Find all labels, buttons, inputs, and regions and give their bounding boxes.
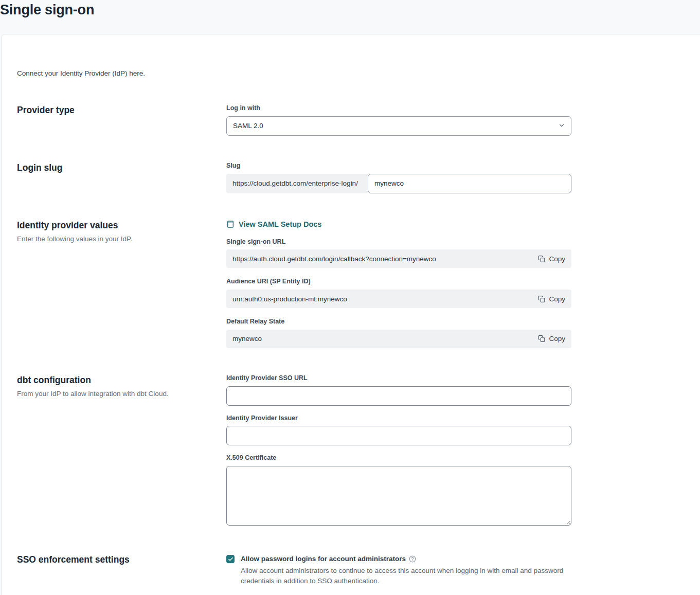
- section-dbt-configuration: dbt configuration From your IdP to allow…: [17, 375, 700, 528]
- idp-sso-url-input[interactable]: [226, 386, 571, 406]
- relay-state-value-box: mynewco Copy: [226, 330, 571, 348]
- section-identity-provider-values: Identity provider values Enter the follo…: [17, 220, 700, 348]
- view-saml-docs-link[interactable]: View SAML Setup Docs: [226, 220, 321, 228]
- x509-certificate-group: X.509 Certificate: [226, 455, 571, 528]
- audience-uri-value-box: urn:auth0:us-production-mt:mynewco Copy: [226, 290, 571, 308]
- copy-relay-state-button[interactable]: Copy: [538, 335, 565, 342]
- sso-url-value-box: https://auth.cloud.getdbt.com/login/call…: [226, 249, 571, 268]
- copy-icon: [538, 335, 545, 342]
- copy-button-label: Copy: [549, 255, 565, 263]
- audience-uri-group: Audience URI (SP Entity ID) urn:auth0:us…: [226, 278, 571, 308]
- login-with-select[interactable]: SAML 2.0: [226, 116, 571, 136]
- x509-certificate-textarea[interactable]: [226, 466, 571, 526]
- help-icon[interactable]: [409, 555, 416, 563]
- copy-icon: [538, 255, 545, 263]
- idp-issuer-label: Identity Provider Issuer: [226, 415, 571, 422]
- page-title: Single sign-on: [0, 2, 700, 18]
- page-header: Single sign-on: [0, 0, 700, 34]
- relay-state-label: Default Relay State: [226, 318, 571, 326]
- docs-link-label: View SAML Setup Docs: [239, 220, 321, 228]
- idp-issuer-group: Identity Provider Issuer: [226, 415, 571, 446]
- docs-icon: [226, 220, 235, 228]
- copy-audience-uri-button[interactable]: Copy: [538, 295, 565, 303]
- relay-state-value: mynewco: [232, 335, 262, 342]
- slug-input[interactable]: [368, 174, 571, 193]
- section-login-slug: Login slug Slug https://cloud.getdbt.com…: [17, 163, 700, 193]
- relay-state-group: Default Relay State mynewco Copy: [226, 318, 571, 348]
- slug-url-prefix: https://cloud.getdbt.com/enterprise-logi…: [226, 174, 368, 193]
- login-slug-heading: Login slug: [17, 163, 226, 173]
- allow-password-logins-description: Allow account administrators to continue…: [241, 566, 565, 587]
- sso-url-value: https://auth.cloud.getdbt.com/login/call…: [232, 255, 436, 263]
- dbt-config-subheading: From your IdP to allow integration with …: [17, 390, 226, 398]
- idp-sso-url-group: Identity Provider SSO URL: [226, 375, 571, 406]
- copy-sso-url-button[interactable]: Copy: [538, 255, 565, 263]
- audience-uri-label: Audience URI (SP Entity ID): [226, 278, 571, 285]
- audience-uri-value: urn:auth0:us-production-mt:mynewco: [232, 295, 347, 303]
- sso-url-group: Single sign-on URL https://auth.cloud.ge…: [226, 239, 571, 268]
- identity-values-heading: Identity provider values: [17, 220, 226, 231]
- section-sso-enforcement: SSO enforcement settings Allow password …: [17, 554, 700, 587]
- sso-enforcement-heading: SSO enforcement settings: [17, 554, 226, 565]
- settings-card: Connect your Identity Provider (IdP) her…: [1, 34, 700, 595]
- idp-issuer-input[interactable]: [226, 426, 571, 445]
- allow-password-logins-label: Allow password logins for account admini…: [241, 554, 406, 564]
- section-provider-type: Provider type Log in with SAML 2.0: [17, 105, 700, 136]
- copy-icon: [538, 295, 545, 303]
- idp-sso-url-label: Identity Provider SSO URL: [226, 375, 571, 382]
- login-with-label: Log in with: [226, 105, 571, 112]
- copy-button-label: Copy: [549, 295, 565, 303]
- dbt-config-heading: dbt configuration: [17, 375, 226, 386]
- provider-type-heading: Provider type: [17, 105, 226, 116]
- x509-certificate-label: X.509 Certificate: [226, 455, 571, 462]
- slug-label: Slug: [226, 163, 571, 170]
- checkmark-icon: [228, 556, 234, 562]
- identity-values-subheading: Enter the following values in your IdP.: [17, 235, 226, 243]
- copy-button-label: Copy: [549, 335, 565, 342]
- sso-url-label: Single sign-on URL: [226, 239, 571, 246]
- intro-text: Connect your Identity Provider (IdP) her…: [17, 69, 700, 77]
- allow-password-logins-checkbox[interactable]: [226, 555, 235, 563]
